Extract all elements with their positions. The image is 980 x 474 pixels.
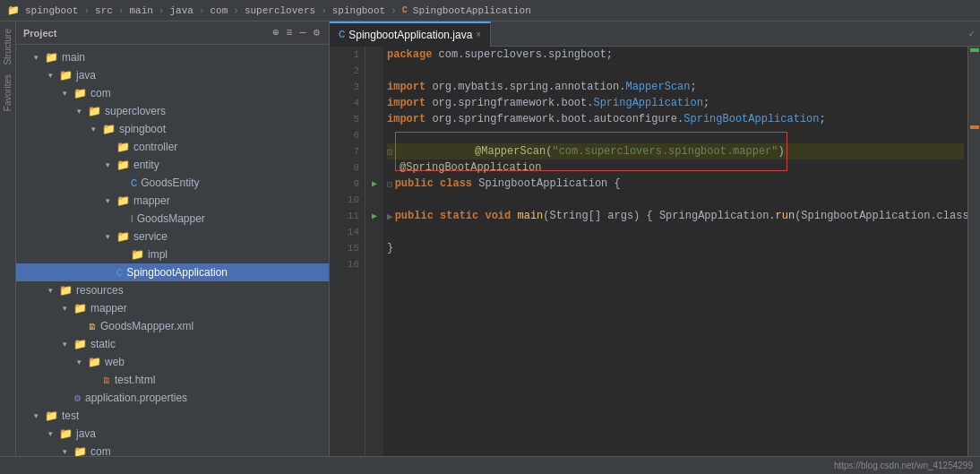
folder-icon: 📁 <box>88 356 101 368</box>
right-scrollbar[interactable] <box>967 47 980 456</box>
code-line-4: import org.springframework.boot.SpringAp… <box>387 95 964 111</box>
gutter-10 <box>365 192 383 208</box>
sidebar-title: Project <box>23 28 56 39</box>
error-marker <box>970 48 979 52</box>
code-line-10 <box>387 192 964 208</box>
line-num-1: 1 <box>330 47 365 63</box>
tree-label-java: java <box>76 69 96 82</box>
tree-arrow: ▾ <box>77 107 88 116</box>
tree-label-static: static <box>90 338 116 350</box>
tree-item-resources[interactable]: ▾ 📁 resources <box>16 281 329 299</box>
code-line-14 <box>387 224 964 240</box>
code-line-15: } <box>387 240 964 256</box>
tree-item-service[interactable]: ▾ 📁 service <box>16 228 329 246</box>
code-line-1: package com.superclovers.spingboot; <box>387 47 964 63</box>
tab-favorites[interactable]: Favorites <box>1 71 14 115</box>
bc-java[interactable]: java <box>169 5 193 16</box>
warning-marker <box>970 125 979 129</box>
props-icon: ⚙ <box>73 393 82 403</box>
tree-item-spingbootapp[interactable]: C SpingbootApplication <box>16 263 329 281</box>
tree-item-java[interactable]: ▾ 📁 java <box>16 66 329 84</box>
bc-spingboot[interactable]: spingboot <box>25 5 78 16</box>
tree-label-spingboot: spingboot <box>119 123 166 135</box>
tree-item-web[interactable]: ▾ 📁 web <box>16 353 329 371</box>
tree-item-test[interactable]: ▾ 📁 test <box>16 407 329 425</box>
gutter-4 <box>365 95 383 111</box>
tree-item-testjava[interactable]: ▾ 📁 java <box>16 425 329 443</box>
tree-label-entity: entity <box>133 159 159 171</box>
bc-superclovers[interactable]: superclovers <box>245 5 315 16</box>
tree-item-goodsmapper[interactable]: I GoodsMapper <box>16 210 329 228</box>
line-num-3: 3 <box>330 79 365 95</box>
folder-icon: 📁 <box>73 445 87 456</box>
folder-icon: 📁 <box>116 230 130 243</box>
tree-item-impl[interactable]: 📁 impl <box>16 246 329 263</box>
gutter-16 <box>365 256 383 272</box>
tab-close-btn[interactable]: × <box>476 30 481 39</box>
line-num-15: 15 <box>330 240 365 256</box>
gear-icon[interactable]: ⚙ <box>312 25 322 40</box>
csdn-url: https://blog.csdn.net/wn_ <box>834 461 933 470</box>
code-line-8: @SpringBootApplication <box>387 159 964 176</box>
tree-label-goodsentity: GoodsEntity <box>141 177 199 189</box>
add-icon[interactable]: ⊕ <box>271 25 280 40</box>
editor-tab-spingbootapp[interactable]: C SpingbootApplication.java × <box>330 22 491 47</box>
tree-item-goodsmappper[interactable]: 🗎 GoodsMappper.xml <box>16 317 329 335</box>
class-icon: C <box>131 178 137 188</box>
gutter-11[interactable]: ▶ <box>365 208 383 224</box>
tree-item-spingboot[interactable]: ▾ 📁 spingboot <box>16 120 329 138</box>
code-content[interactable]: package com.superclovers.spingboot; impo… <box>383 47 967 456</box>
breadcrumb-icon: 📁 <box>7 4 20 16</box>
bc-main[interactable]: main <box>129 5 152 16</box>
bc-src[interactable]: src <box>95 5 113 16</box>
gutter-8 <box>365 159 383 176</box>
collapse-icon[interactable]: ≡ <box>284 26 294 40</box>
tree-item-com[interactable]: ▾ 📁 com <box>16 84 329 102</box>
tree-label-goodsmapper: GoodsMapper <box>137 212 205 225</box>
tree-label-controller: controller <box>133 141 177 153</box>
tree-label-superclovers: superclovers <box>105 105 166 117</box>
project-tree: ▾ 📁 main ▾ 📁 java ▾ 📁 com ▾ 📁 superc <box>16 45 329 456</box>
gutter-9[interactable]: ▶ <box>365 176 383 192</box>
main-layout: Structure Favorites Project ⊕ ≡ — ⚙ ▾ 📁 … <box>0 22 980 456</box>
line-num-16: 16 <box>330 256 365 272</box>
line-num-5: 5 <box>330 111 365 127</box>
checkmark-icon: ✓ <box>968 28 975 39</box>
tree-item-testhtml[interactable]: 🗎 test.html <box>16 371 329 389</box>
tree-label-goodsmappper: GoodsMappper.xml <box>100 320 193 332</box>
tree-label-testjava: java <box>76 427 96 440</box>
java-file-icon: C <box>402 5 408 15</box>
folder-icon: 📁 <box>116 141 130 153</box>
tree-item-controller[interactable]: 📁 controller <box>16 138 329 156</box>
tree-item-main[interactable]: ▾ 📁 main <box>16 48 329 66</box>
settings-icon[interactable]: — <box>298 26 308 40</box>
tab-structure[interactable]: Structure <box>1 25 14 69</box>
folder-icon: 📁 <box>45 51 58 64</box>
tree-item-static[interactable]: ▾ 📁 static <box>16 335 329 353</box>
bc-classname[interactable]: SpingbootApplication <box>413 5 531 16</box>
tree-item-superclovers[interactable]: ▾ 📁 superclovers <box>16 102 329 120</box>
bc-spingboot2[interactable]: spingboot <box>332 5 385 16</box>
tree-label-com: com <box>90 87 111 99</box>
tab-label: SpingbootApplication.java <box>348 29 472 41</box>
line-num-14: 14 <box>330 224 365 240</box>
tree-item-entity[interactable]: ▾ 📁 entity <box>16 156 329 174</box>
tree-arrow: ▾ <box>34 53 45 62</box>
line-num-7: 7 <box>330 143 365 159</box>
tree-arrow: ▾ <box>63 304 73 313</box>
gutter-14 <box>365 224 383 240</box>
bc-com[interactable]: com <box>210 5 228 16</box>
tree-item-testcom[interactable]: ▾ 📁 com <box>16 443 329 456</box>
tree-item-mapper[interactable]: ▾ 📁 mapper <box>16 192 329 210</box>
tree-label-mapper: mapper <box>133 194 170 207</box>
tree-label-test: test <box>62 409 79 422</box>
tree-item-appprops[interactable]: ⚙ application.properties <box>16 389 329 407</box>
tree-item-goodsentity[interactable]: C GoodsEntity <box>16 174 329 192</box>
tree-item-mapper-res[interactable]: ▾ 📁 mapper <box>16 299 329 317</box>
tree-arrow: ▾ <box>34 411 45 420</box>
code-line-3: import org.mybatis.spring.annotation.Map… <box>387 79 964 95</box>
xml-icon: 🗎 <box>88 322 97 332</box>
editor-gutter: ▶ ▶ <box>365 47 383 456</box>
line-num-9: 9 <box>330 176 365 192</box>
sidebar-toolbar: ⊕ ≡ — ⚙ <box>271 25 322 40</box>
